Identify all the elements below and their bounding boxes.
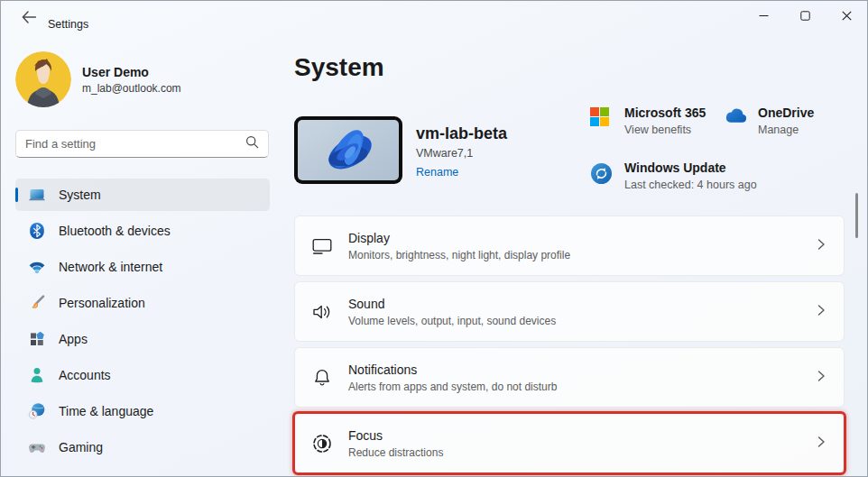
sidebar-item-accounts[interactable]: Accounts [15, 359, 270, 391]
chevron-right-icon [816, 238, 826, 254]
app-title: Settings [48, 18, 88, 31]
notifications-bell-icon [310, 366, 334, 390]
chevron-right-icon [816, 370, 826, 386]
focus-icon [310, 432, 334, 455]
sidebar-item-label: Apps [59, 332, 88, 346]
sidebar-item-label: Network & internet [59, 260, 162, 274]
row-subtitle: Alerts from apps and system, do not dist… [348, 381, 557, 393]
sidebar-item-apps[interactable]: Apps [15, 323, 270, 355]
device-model: VMware7,1 [416, 147, 507, 160]
onedrive-text: OneDrive Manage [758, 105, 814, 136]
row-focus[interactable]: Focus Reduce distractions [294, 413, 845, 473]
user-account-card[interactable]: User Demo m_lab@outlook.com [15, 51, 270, 107]
sidebar-item-gaming[interactable]: Gaming [15, 431, 270, 463]
user-text: User Demo m_lab@outlook.com [82, 65, 181, 95]
network-wifi-icon [28, 258, 46, 276]
avatar [15, 51, 71, 107]
sound-speaker-icon [310, 300, 334, 324]
row-notifications[interactable]: Notifications Alerts from apps and syste… [294, 347, 845, 408]
paintbrush-icon [28, 294, 46, 312]
windows-update-status: Last checked: 4 hours ago [624, 179, 757, 191]
windows-update-text: Windows Update Last checked: 4 hours ago [624, 161, 757, 191]
sidebar-item-label: Personalization [59, 296, 145, 310]
apps-icon [28, 330, 46, 348]
bluetooth-icon [28, 222, 46, 240]
sidebar-item-label: System [59, 188, 101, 202]
chevron-right-icon [816, 436, 826, 452]
settings-window: Settings [0, 0, 868, 477]
sidebar-item-system[interactable]: System [15, 179, 270, 211]
row-title: Sound [348, 297, 556, 311]
gaming-controller-icon [28, 438, 46, 456]
row-title: Notifications [348, 362, 557, 377]
row-subtitle: Monitors, brightness, night light, displ… [348, 249, 570, 261]
user-name: User Demo [82, 65, 181, 79]
rename-link[interactable]: Rename [416, 166, 458, 179]
search-box [15, 130, 269, 158]
sidebar-item-label: Time & language [59, 404, 153, 418]
microsoft-365-title: Microsoft 365 [624, 105, 706, 120]
sidebar-item-personalization[interactable]: Personalization [15, 287, 270, 319]
onedrive-card: OneDrive Manage [724, 105, 814, 136]
view-benefits-link[interactable]: View benefits [624, 124, 706, 136]
sidebar-nav: System Bluetooth & devices Network & int… [15, 179, 270, 467]
row-text: Display Monitors, brightness, night ligh… [348, 231, 570, 261]
microsoft-logo-icon [590, 105, 614, 136]
row-text: Sound Volume levels, output, input, soun… [348, 297, 556, 327]
row-subtitle: Volume levels, output, input, sound devi… [348, 315, 556, 327]
time-language-icon [28, 402, 46, 420]
display-icon [310, 234, 334, 258]
row-display[interactable]: Display Monitors, brightness, night ligh… [294, 216, 845, 276]
back-button[interactable] [14, 7, 44, 31]
sidebar-item-label: Bluetooth & devices [59, 224, 171, 238]
windows-update-icon [590, 161, 614, 191]
sidebar-item-label: Accounts [59, 368, 111, 382]
search-icon[interactable] [245, 135, 259, 152]
maximize-button[interactable] [784, 1, 826, 31]
device-thumbnail [294, 116, 402, 184]
selected-accent-bar [15, 188, 18, 202]
scrollbar-thumb[interactable] [855, 193, 858, 238]
row-sound[interactable]: Sound Volume levels, output, input, soun… [294, 281, 845, 342]
onedrive-title: OneDrive [758, 105, 814, 120]
user-email: m_lab@outlook.com [82, 82, 181, 95]
sidebar-item-time-language[interactable]: Time & language [15, 395, 270, 427]
sidebar-item-network[interactable]: Network & internet [15, 251, 270, 283]
system-icon [28, 186, 46, 204]
titlebar: Settings [1, 1, 867, 37]
microsoft-365-card: Microsoft 365 View benefits [590, 105, 706, 136]
back-arrow-icon [22, 11, 36, 27]
chevron-right-icon [816, 304, 826, 320]
device-name: vm-lab-beta [416, 124, 507, 143]
row-text: Notifications Alerts from apps and syste… [348, 362, 557, 393]
close-button[interactable] [826, 1, 867, 31]
settings-rows: Display Monitors, brightness, night ligh… [294, 216, 845, 477]
onedrive-cloud-icon [724, 105, 747, 136]
window-controls [743, 1, 867, 31]
row-title: Focus [348, 428, 443, 443]
search-input[interactable] [25, 137, 245, 151]
row-subtitle: Reduce distractions [348, 446, 443, 459]
sidebar-item-label: Gaming [59, 440, 103, 454]
row-title: Display [348, 231, 570, 245]
device-info: vm-lab-beta VMware7,1 Rename [416, 124, 507, 179]
accounts-person-icon [28, 366, 46, 384]
row-text: Focus Reduce distractions [348, 428, 443, 459]
microsoft-365-text: Microsoft 365 View benefits [624, 105, 706, 136]
minimize-button[interactable] [743, 1, 784, 31]
manage-link[interactable]: Manage [758, 124, 814, 136]
page-title: System [294, 53, 384, 82]
device-wallpaper [298, 120, 399, 180]
sidebar-item-bluetooth[interactable]: Bluetooth & devices [15, 215, 270, 247]
windows-update-card: Windows Update Last checked: 4 hours ago [590, 161, 757, 191]
windows-update-title: Windows Update [624, 161, 757, 175]
